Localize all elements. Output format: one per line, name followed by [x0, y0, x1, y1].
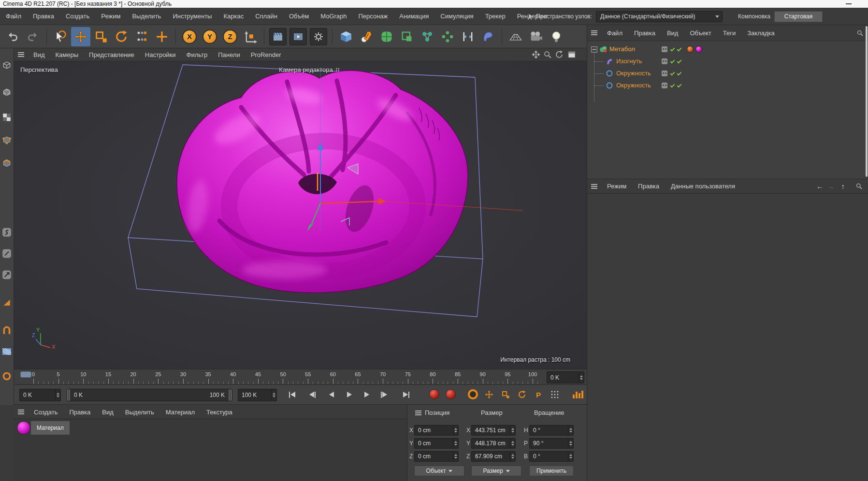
zoom-view-icon[interactable] — [543, 50, 552, 59]
object-name[interactable]: Окружность — [616, 82, 651, 89]
play-button[interactable] — [341, 388, 358, 401]
timeline-layers-button[interactable] — [573, 389, 583, 400]
workplane-grid-icon[interactable] — [1, 346, 12, 357]
node-space-select[interactable]: Данное (Стандартный/Физический) — [596, 11, 723, 22]
hamburger-icon[interactable] — [415, 410, 421, 415]
keyframe-selection-button[interactable] — [468, 389, 478, 399]
object-name[interactable]: Метабол — [609, 45, 635, 53]
next-key-button[interactable] — [376, 388, 392, 401]
spinner-arrows-icon[interactable] — [579, 372, 584, 383]
viewport-canvas[interactable] — [14, 61, 587, 369]
spinner-arrows-icon[interactable] — [568, 425, 573, 435]
vp-menu-filter[interactable]: Фильтр — [181, 51, 213, 58]
om-menu-edit[interactable]: Правка — [628, 29, 661, 37]
mm-menu-create[interactable]: Создать — [28, 409, 63, 416]
pos-z-field[interactable]: 0 cm — [414, 451, 459, 462]
object-name[interactable]: Изогнуть — [616, 57, 642, 65]
spinner-arrows-icon[interactable] — [453, 439, 458, 448]
add-cube-button[interactable] — [336, 27, 356, 46]
lock-z-button[interactable]: Z — [220, 27, 240, 46]
psr-keys-icon[interactable] — [132, 27, 151, 46]
array-button[interactable] — [438, 27, 457, 46]
mograph-cloner-button[interactable] — [418, 27, 437, 46]
add-subdivision-surface-button[interactable] — [377, 27, 396, 46]
material-name-chip[interactable]: Материал — [31, 421, 70, 435]
prev-frame-button[interactable] — [323, 388, 340, 401]
mm-menu-select[interactable]: Выделить — [119, 409, 160, 416]
size-mode-select[interactable]: Размер — [471, 466, 521, 476]
enable-check-icon[interactable] — [670, 59, 675, 64]
lock-x-button[interactable]: X — [180, 27, 199, 46]
enable-check-icon[interactable] — [670, 71, 675, 76]
visibility-dots-toggle[interactable] — [662, 71, 667, 76]
visibility-dots-toggle[interactable] — [662, 83, 667, 88]
end-frame-field[interactable]: 100 K — [238, 389, 277, 401]
spinner-arrows-icon[interactable] — [510, 452, 515, 461]
pos-x-field[interactable]: 0 cm — [414, 425, 459, 436]
frame-spinner-field[interactable]: 0 K — [547, 371, 584, 383]
enable-check-icon[interactable] — [677, 59, 682, 64]
camera-label-group[interactable]: Камера редактора — [268, 66, 350, 73]
menu-tools[interactable]: Инструменты — [167, 13, 217, 20]
lock-y-button[interactable]: Y — [200, 27, 219, 46]
enable-check-icon[interactable] — [670, 47, 675, 52]
render-to-picture-viewer-button[interactable] — [289, 27, 308, 46]
menu-select[interactable]: Выделить — [126, 13, 167, 20]
mode-select[interactable]: Объект — [414, 466, 464, 476]
object-row-circle[interactable]: Окружность — [587, 68, 868, 80]
vp-menu-options[interactable]: Настройки — [140, 51, 181, 58]
add-spline-pen-button[interactable] — [357, 27, 376, 46]
hamburger-icon[interactable] — [18, 52, 24, 57]
rot-h-field[interactable]: 0 ° — [529, 425, 574, 436]
spinner-arrows-icon[interactable] — [55, 389, 60, 401]
scale-tool[interactable] — [91, 27, 111, 46]
size-y-field[interactable]: 448.178 cm — [471, 438, 516, 449]
vp-menu-cameras[interactable]: Камеры — [50, 51, 84, 58]
vp-menu-display[interactable]: Представление — [84, 51, 140, 58]
pos-y-field[interactable]: 0 cm — [414, 438, 459, 449]
om-menu-tags[interactable]: Теги — [717, 29, 741, 37]
make-editable-icon[interactable] — [1, 60, 12, 71]
record-keyframe-button[interactable] — [429, 389, 439, 399]
enable-check-icon[interactable] — [677, 83, 682, 88]
next-frame-button[interactable] — [359, 388, 375, 401]
autokey-button[interactable] — [446, 389, 456, 399]
undo-button[interactable] — [3, 27, 22, 46]
pan-view-icon[interactable] — [532, 50, 540, 59]
camera-widget-icon[interactable] — [335, 68, 340, 72]
size-z-field[interactable]: 67.909 cm — [471, 451, 516, 462]
key-position-toggle[interactable] — [484, 389, 494, 400]
key-scale-toggle[interactable] — [500, 389, 511, 400]
point-mode-icon[interactable] — [1, 135, 12, 145]
menu-mesh[interactable]: Каркас — [217, 13, 249, 20]
material-thumbnail[interactable] — [17, 421, 30, 435]
spinner-arrows-icon[interactable] — [568, 452, 573, 461]
object-row-bend[interactable]: Изогнуть — [587, 56, 868, 68]
spinner-arrows-icon[interactable] — [510, 425, 515, 435]
enable-check-icon[interactable] — [677, 71, 682, 76]
menu-mode[interactable]: Режим — [95, 13, 126, 20]
spinner-arrows-icon[interactable] — [568, 439, 573, 448]
menu-create[interactable]: Создать — [60, 13, 95, 20]
range-right-handle[interactable] — [229, 389, 232, 401]
texture-mode-icon[interactable] — [1, 112, 12, 123]
hamburger-icon[interactable] — [18, 410, 24, 414]
object-row-circle[interactable]: Окружность — [587, 80, 868, 92]
am-menu-mode[interactable]: Режим — [601, 183, 632, 190]
hamburger-icon[interactable] — [591, 184, 597, 189]
visibility-dots-toggle[interactable] — [662, 58, 667, 64]
hamburger-icon[interactable] — [591, 30, 597, 35]
global-axis-tool[interactable] — [152, 27, 172, 46]
spinner-arrows-icon[interactable] — [271, 389, 276, 401]
am-menu-userdata[interactable]: Данные пользователя — [665, 183, 741, 190]
am-menu-edit[interactable]: Правка — [632, 183, 665, 190]
timeline-ruler[interactable]: 0510152025303540455055606570758085909510… — [14, 369, 587, 385]
scrollbar[interactable] — [866, 26, 868, 177]
om-menu-file[interactable]: Файл — [601, 29, 628, 37]
visibility-dots-toggle[interactable] — [662, 46, 667, 52]
start-frame-field[interactable]: 0 K — [19, 389, 61, 401]
search-icon[interactable] — [856, 29, 864, 37]
model-mode-icon[interactable] — [1, 87, 12, 98]
mm-menu-view[interactable]: Вид — [96, 409, 119, 416]
collapse-icon[interactable] — [591, 46, 597, 53]
